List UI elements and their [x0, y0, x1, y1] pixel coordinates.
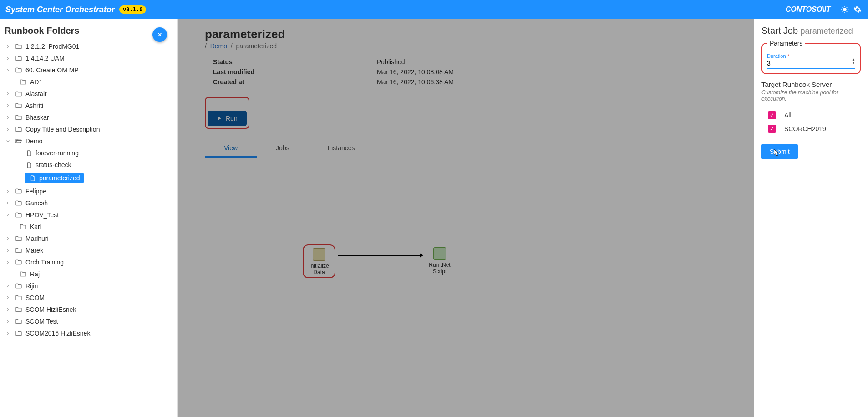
tree-label: Copy Title and Description [25, 126, 100, 133]
tree-label: SCOM HizliEsnek [25, 306, 76, 313]
panel-title: Start Job [761, 25, 798, 36]
chevron-right-icon[interactable] [5, 55, 11, 61]
tree-folder[interactable]: Ashriti [0, 100, 177, 112]
tree-folder[interactable]: SCOM HizliEsnek [0, 304, 177, 315]
chevron-right-icon[interactable] [5, 330, 11, 336]
tree-folder[interactable]: Bhaskar [0, 112, 177, 123]
tree-folder[interactable]: 1.4.14.2 UAM [0, 52, 177, 64]
folder-icon [15, 211, 23, 219]
duration-input[interactable] [767, 59, 855, 69]
folder-icon [15, 187, 23, 195]
tree-label: parameterized [39, 174, 80, 182]
chevron-right-icon[interactable] [5, 79, 11, 85]
tree-folder[interactable]: Ganesh [0, 197, 177, 209]
chevron-right-icon[interactable] [5, 295, 11, 301]
target-server-subtext: Customize the machine pool for execution… [761, 89, 861, 102]
tree-label: status-check [36, 161, 71, 168]
tree-file[interactable]: parameterized [0, 171, 177, 185]
tree-label: Madhuri [25, 235, 49, 242]
tree-label: forever-running [36, 149, 79, 157]
app-title: System Center Orchestrator [5, 5, 115, 15]
chevron-right-icon[interactable] [5, 318, 11, 325]
tree-folder[interactable]: 60. Create OM MP [0, 64, 177, 76]
folder-icon [15, 234, 23, 243]
collapse-sidebar-button[interactable] [152, 27, 167, 42]
tree-label: 1.4.14.2 UAM [25, 55, 65, 62]
tree-label: HPOV_Test [25, 211, 59, 219]
tree-label: Bhaskar [25, 114, 49, 121]
folder-icon [15, 317, 23, 325]
folder-tree[interactable]: 1.2.1.2_ProdMG011.4.14.2 UAM60. Create O… [0, 41, 177, 417]
chevron-right-icon[interactable] [5, 235, 11, 242]
tree-label: Felippe [25, 188, 46, 195]
chevron-down-icon[interactable] [5, 138, 11, 144]
chevron-right-icon[interactable] [5, 43, 11, 50]
folder-icon [15, 113, 23, 122]
chevron-right-icon[interactable] [5, 200, 11, 206]
sidebar: Runbook Folders 1.2.1.2_ProdMG011.4.14.2… [0, 19, 178, 417]
chevron-right-icon[interactable] [5, 306, 11, 313]
tree-folder[interactable]: Orch Training [0, 256, 177, 268]
chevron-right-icon[interactable] [5, 188, 11, 194]
number-stepper[interactable]: ▲▼ [852, 58, 855, 65]
chevron-right-icon[interactable] [5, 126, 11, 132]
current-user: CONTOSO\IT [786, 5, 831, 14]
main-area: parameterized / Demo / parameterized Sta… [178, 19, 868, 417]
chevron-right-icon[interactable] [5, 224, 11, 230]
tree-label: Ashriti [25, 102, 43, 109]
tree-folder[interactable]: HPOV_Test [0, 209, 177, 221]
tree-folder[interactable]: Rijin [0, 280, 177, 292]
folder-icon [15, 246, 23, 254]
chevron-right-icon[interactable] [5, 102, 11, 109]
chevron-right-icon[interactable] [5, 283, 11, 289]
folder-icon [15, 66, 23, 74]
tree-folder[interactable]: Alastair [0, 88, 177, 100]
chevron-right-icon[interactable] [5, 67, 11, 73]
checkbox-all-label: All [784, 112, 792, 119]
tree-file[interactable]: status-check [0, 159, 177, 171]
tree-label: Demo [25, 137, 42, 145]
checkbox-server[interactable]: ✓ [768, 125, 776, 133]
tree-folder[interactable]: AD1 [0, 76, 177, 88]
folder-icon [15, 294, 23, 302]
tree-folder[interactable]: SCOM Test [0, 315, 177, 327]
file-icon [25, 149, 33, 157]
chevron-right-icon[interactable] [5, 247, 11, 254]
folder-icon [15, 54, 23, 62]
tree-folder[interactable]: Karl [0, 221, 177, 233]
tree-folder[interactable]: SCOM [0, 292, 177, 304]
tree-label: SCOM Test [25, 318, 58, 325]
folder-icon [15, 329, 23, 337]
version-badge: v0.1.0 [119, 5, 146, 14]
submit-button[interactable]: Submit [761, 144, 798, 159]
folder-icon [19, 270, 27, 278]
tree-folder[interactable]: Felippe [0, 185, 177, 197]
tree-folder[interactable]: Demo [0, 135, 177, 147]
tree-folder[interactable]: Madhuri [0, 233, 177, 244]
gear-icon[interactable] [853, 5, 863, 15]
tree-folder[interactable]: 1.2.1.2_ProdMG01 [0, 41, 177, 52]
file-icon [28, 174, 36, 182]
tree-folder[interactable]: Copy Title and Description [0, 123, 177, 135]
tree-label: Alastair [25, 90, 47, 97]
duration-label: Duration [767, 53, 786, 59]
tree-folder[interactable]: SCOM2016 HizliEsnek [0, 327, 177, 339]
tree-folder[interactable]: Marek [0, 244, 177, 256]
top-bar: System Center Orchestrator v0.1.0 CONTOS… [0, 0, 868, 19]
tree-label: AD1 [30, 78, 42, 86]
folder-icon [15, 137, 23, 145]
tree-file[interactable]: forever-running [0, 147, 177, 159]
chevron-right-icon[interactable] [5, 91, 11, 97]
chevron-right-icon[interactable] [5, 271, 11, 277]
folder-icon [19, 78, 27, 86]
folder-icon [15, 305, 23, 314]
chevron-right-icon[interactable] [5, 212, 11, 218]
checkbox-all[interactable]: ✓ [768, 111, 776, 119]
target-server-heading: Target Runbook Server [761, 81, 861, 88]
tree-folder[interactable]: Raj [0, 268, 177, 280]
tree-label: Rijin [25, 282, 38, 290]
bug-icon[interactable] [840, 5, 850, 15]
tree-label: 1.2.1.2_ProdMG01 [25, 43, 79, 50]
chevron-right-icon[interactable] [5, 114, 11, 121]
chevron-right-icon[interactable] [5, 259, 11, 265]
